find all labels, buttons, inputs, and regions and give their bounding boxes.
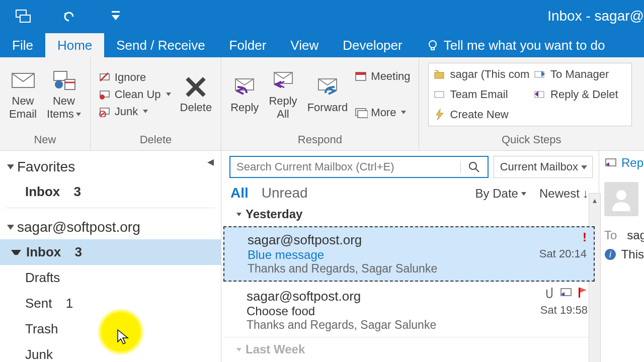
collapse-nav-icon[interactable]: ◂: [207, 154, 214, 169]
search-button[interactable]: [460, 161, 488, 173]
new-items-label: New Items: [47, 95, 81, 120]
more-label: More: [371, 106, 396, 119]
to-label: To: [604, 228, 617, 242]
search-icon: [468, 161, 480, 173]
ignore-icon: [99, 71, 112, 84]
nav-junk[interactable]: Junk: [0, 342, 221, 362]
group-respond-label: Respond: [221, 131, 418, 150]
reply-button[interactable]: Reply: [225, 72, 264, 117]
nav-favorites-header[interactable]: Favorites: [0, 155, 221, 179]
group-delete-label: Delete: [91, 131, 221, 150]
info-icon: i: [604, 248, 616, 260]
tab-developer[interactable]: Developer: [331, 33, 415, 57]
qs-item-replydelete[interactable]: Reply & Delet: [530, 84, 630, 105]
sort-newest[interactable]: Newest ↓: [539, 187, 589, 201]
svg-point-30: [469, 162, 476, 169]
svg-rect-23: [356, 72, 366, 75]
junk-icon: [99, 105, 112, 118]
search-box[interactable]: [229, 156, 489, 178]
nav-trash[interactable]: Trash: [0, 316, 221, 342]
nav-sent[interactable]: Sent 1: [0, 291, 221, 316]
message-time: Sat 19:58: [540, 304, 588, 317]
junk-label: Junk: [115, 105, 138, 118]
qs-item-team[interactable]: Team Email: [430, 84, 530, 105]
new-items-button[interactable]: New Items: [42, 65, 86, 123]
tab-send-receive[interactable]: Send / Receive: [104, 33, 217, 57]
qs-item-createnew[interactable]: Create New: [430, 105, 530, 125]
message-subject: Blue message: [248, 248, 587, 262]
qs-item-manager[interactable]: To Manager: [530, 64, 630, 84]
quick-steps-gallery[interactable]: sagar (This com… To Manager Team Email R…: [428, 63, 632, 126]
svg-rect-4: [431, 48, 434, 50]
filter-all[interactable]: All: [230, 185, 249, 201]
delete-button[interactable]: Delete: [175, 72, 217, 117]
cleanup-icon: [99, 88, 112, 101]
cleanup-label: Clean Up: [115, 88, 161, 101]
forward-icon: [315, 75, 340, 99]
filter-unread[interactable]: Unread: [262, 185, 308, 201]
lightning-icon: [433, 109, 446, 120]
attachment-icon: [544, 287, 554, 301]
qat-customize-icon[interactable]: [108, 8, 124, 24]
folder-move-icon: [433, 69, 446, 80]
nav-fav-inbox[interactable]: Inbox 3: [0, 179, 221, 205]
meeting-button[interactable]: Meeting: [355, 70, 410, 83]
ignore-button[interactable]: Ignore: [99, 71, 171, 84]
tab-file[interactable]: File: [0, 33, 45, 57]
message-list: ▴ Yesterday ! sagar@softpost.org Blue me…: [221, 203, 599, 359]
group-quicksteps-label: Quick Steps: [419, 131, 644, 150]
ignore-label: Ignore: [115, 71, 146, 84]
nav-account-header[interactable]: sagar@softpost.org: [0, 215, 221, 239]
undo-icon[interactable]: [61, 8, 77, 24]
cleanup-button[interactable]: Clean Up: [99, 88, 171, 101]
message-time: Sat 20:14: [539, 247, 587, 260]
search-input[interactable]: [230, 160, 460, 173]
message-preview: Thanks and Regards, Sagar Salunke: [248, 262, 587, 276]
to-value: sag: [627, 228, 644, 242]
reply-delete-icon: [533, 89, 546, 100]
group-delete: Ignore Clean Up Junk Delete Delete: [91, 57, 221, 150]
forward-label: Forward: [307, 101, 348, 114]
tab-view[interactable]: View: [278, 33, 331, 57]
sort-by-date[interactable]: By Date: [475, 187, 526, 201]
svg-rect-26: [435, 72, 444, 78]
nav-drafts[interactable]: Drafts: [0, 265, 221, 291]
new-email-button[interactable]: New Email: [4, 65, 42, 123]
scroll-up-icon[interactable]: ▴: [589, 194, 600, 207]
tell-me[interactable]: Tell me what you want to do: [415, 33, 617, 57]
message-subject: Choose food: [247, 304, 588, 318]
team-mail-icon: [433, 89, 446, 100]
svg-rect-1: [20, 15, 30, 22]
meeting-icon: [355, 70, 368, 83]
reading-reply-button[interactable]: Rep: [604, 156, 644, 170]
ribbon: New Email New Items New Ignore Clean Up …: [0, 57, 644, 151]
group-yesterday[interactable]: Yesterday: [223, 204, 595, 224]
reply-icon: [604, 157, 617, 168]
more-button[interactable]: More: [355, 106, 410, 119]
info-text: This: [621, 247, 644, 261]
forward-button[interactable]: Forward: [302, 72, 353, 117]
message-item[interactable]: ! sagar@softpost.org Blue message Sat 20…: [223, 226, 595, 282]
person-icon: [609, 187, 633, 211]
new-items-icon: [52, 68, 76, 93]
group-new: New Email New Items New: [0, 57, 91, 150]
tell-me-label: Tell me what you want to do: [444, 38, 605, 53]
reply-label: Reply: [230, 101, 259, 114]
delete-x-icon: [184, 75, 208, 99]
junk-button[interactable]: Junk: [99, 105, 171, 118]
message-from: sagar@softpost.org: [247, 289, 588, 304]
svg-rect-2: [112, 11, 120, 13]
reply-icon: [232, 75, 257, 99]
reply-all-button[interactable]: Reply All: [264, 65, 302, 123]
tab-folder[interactable]: Folder: [217, 33, 279, 57]
sender-avatar: [604, 182, 638, 216]
message-item[interactable]: sagar@softpost.org Choose food Sat 19:58…: [223, 284, 595, 337]
flag-icon: [578, 287, 588, 301]
search-scope[interactable]: Current Mailbox: [494, 156, 593, 178]
more-icon: [355, 106, 368, 119]
qs-item-sagar[interactable]: sagar (This com…: [430, 64, 530, 84]
group-lastweek[interactable]: Last Week: [223, 337, 595, 359]
tab-home[interactable]: Home: [45, 33, 104, 57]
nav-inbox[interactable]: Inbox 3: [0, 239, 221, 265]
title-bar: Inbox - sagar@: [0, 0, 644, 32]
